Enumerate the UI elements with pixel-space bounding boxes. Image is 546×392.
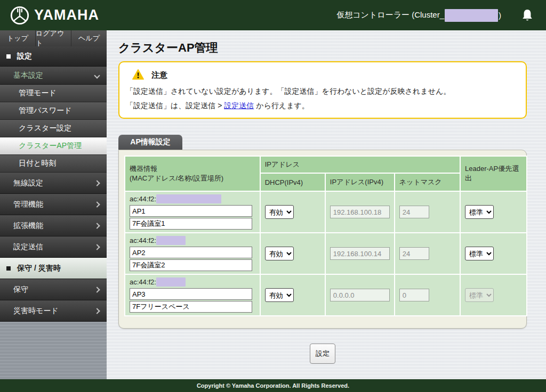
sidebar-item-cluster-settings-label: クラスター設定 xyxy=(19,124,71,133)
sidebar-section-maintenance: 保守 / 災害時 xyxy=(0,258,107,279)
netmask-input-ap1 xyxy=(399,206,429,218)
sidebar-item-extended-functions[interactable]: 拡張機能 xyxy=(0,215,107,236)
dhcp-select-ap3[interactable]: 有効 xyxy=(265,288,294,302)
col-header-netmask: ネットマスク xyxy=(395,174,460,191)
col-header-leader-ap: Leader-AP優先選出 xyxy=(461,157,526,191)
leader-cell-ap2: 標準 xyxy=(461,233,526,274)
app-window: YAMAHA 仮想コントローラー (Cluster_ ) トップ ログアウト ヘ… xyxy=(0,0,546,392)
redaction-box xyxy=(156,194,221,203)
sidebar-tab-help[interactable]: ヘルプ xyxy=(71,30,107,46)
sidebar-item-config-send-label: 設定送信 xyxy=(13,242,43,252)
sidebar-item-date-time[interactable]: 日付と時刻 xyxy=(0,155,107,173)
netmask-cell-ap2 xyxy=(395,233,460,274)
sidebar-item-management-functions[interactable]: 管理機能 xyxy=(0,194,107,215)
mac-address-ap2: ac:44:f2: xyxy=(130,236,255,245)
col-header-device-info-line2: (MACアドレス/名称/設置場所) xyxy=(130,174,255,183)
controller-title-prefix: 仮想コントローラー (Cluster_ xyxy=(336,10,444,20)
chevron-right-icon xyxy=(94,308,100,314)
ap-location-input-ap3[interactable] xyxy=(130,301,252,313)
netmask-input-ap3 xyxy=(399,289,429,301)
square-bullet-icon xyxy=(6,266,11,271)
sidebar-item-wireless-settings[interactable]: 無線設定 xyxy=(0,173,107,194)
redaction-box xyxy=(156,277,186,287)
ip-address-input-ap3 xyxy=(330,289,390,301)
sidebar-item-admin-password-label: 管理パスワード xyxy=(19,106,71,116)
yamaha-emblem-icon xyxy=(10,5,30,26)
config-send-link[interactable]: 設定送信 xyxy=(224,101,254,110)
col-header-dhcp: DHCP(IPv4) xyxy=(261,174,325,191)
notification-bell-icon[interactable] xyxy=(521,9,533,22)
yamaha-wordmark: YAMAHA xyxy=(34,7,99,23)
device-cell-ap3: ac:44:f2: xyxy=(125,275,260,315)
chevron-down-icon xyxy=(94,72,100,78)
sidebar-item-disaster-mode[interactable]: 災害時モード xyxy=(0,300,107,322)
ip-cell-ap2 xyxy=(326,233,394,274)
ap-name-input-ap3[interactable] xyxy=(130,288,252,300)
sidebar-tab-logout-label: ログアウト xyxy=(36,29,71,48)
mac-address-ap3: ac:44:f2: xyxy=(130,277,255,287)
top-bar: YAMAHA 仮想コントローラー (Cluster_ ) xyxy=(0,0,546,30)
ap-name-input-ap1[interactable] xyxy=(130,205,252,217)
chevron-right-icon xyxy=(94,287,100,292)
warning-triangle-icon xyxy=(132,69,144,81)
sidebar-item-admin-password[interactable]: 管理パスワード xyxy=(0,102,107,120)
col-header-ip-group: IPアドレス xyxy=(261,157,460,173)
footer: Copyright © Yamaha Corporation. All Righ… xyxy=(0,379,546,392)
sidebar-tab-help-label: ヘルプ xyxy=(78,34,100,43)
chevron-right-icon xyxy=(94,223,100,228)
warning-line-2-prefix: 「設定送信」は、設定送信 > xyxy=(126,101,224,110)
sidebar-item-extended-functions-label: 拡張機能 xyxy=(13,221,43,231)
dhcp-cell-ap3: 有効 xyxy=(261,275,325,315)
controller-title: 仮想コントローラー (Cluster_ ) xyxy=(336,9,501,22)
sidebar-item-cluster-settings[interactable]: クラスター設定 xyxy=(0,120,107,137)
col-header-device-info: 機器情報 (MACアドレス/名称/設置場所) xyxy=(125,157,260,191)
redaction-box xyxy=(156,236,186,245)
mac-prefix-ap3: ac:44:f2: xyxy=(130,278,156,286)
ip-cell-ap3 xyxy=(326,275,394,315)
dhcp-select-ap2[interactable]: 有効 xyxy=(265,247,294,260)
sidebar-tab-logout[interactable]: ログアウト xyxy=(36,30,71,46)
ap-location-input-ap2[interactable] xyxy=(130,259,252,271)
warning-line-2: 「設定送信」は、設定送信 > 設定送信 から行えます。 xyxy=(126,101,518,110)
sidebar-item-wireless-settings-label: 無線設定 xyxy=(13,178,43,188)
warning-box: 注意 「設定送信」されていない設定があります。「設定送信」を行わないと設定が反映… xyxy=(118,61,527,119)
sidebar-item-maintenance[interactable]: 保守 xyxy=(0,279,107,300)
device-cell-ap2: ac:44:f2: xyxy=(125,233,260,274)
netmask-cell-ap3 xyxy=(395,275,460,315)
table-row-ap2: ac:44:f2: 有効 xyxy=(125,233,526,274)
sidebar-item-basic-settings[interactable]: 基本設定 xyxy=(0,67,107,85)
sidebar-filler xyxy=(0,322,107,379)
sidebar-item-date-time-label: 日付と時刻 xyxy=(19,159,56,168)
sidebar-tab-top-label: トップ xyxy=(7,34,28,43)
tab-ap-info-settings[interactable]: AP情報設定 xyxy=(118,135,182,150)
device-cell-ap1: ac:44:f2: xyxy=(125,192,260,232)
submit-settings-button[interactable]: 設定 xyxy=(310,344,335,364)
ap-name-input-ap2[interactable] xyxy=(130,247,252,258)
sidebar-item-config-send[interactable]: 設定送信 xyxy=(0,236,107,258)
sidebar-section-maintenance-label: 保守 / 災害時 xyxy=(17,264,61,273)
sidebar-section-settings-label: 設定 xyxy=(17,52,32,61)
leader-select-ap3: 標準 xyxy=(465,288,494,302)
dhcp-select-ap1[interactable]: 有効 xyxy=(265,205,294,219)
square-bullet-icon xyxy=(6,54,11,59)
main-content: クラスターAP管理 注意 「設定送信」されていない設定があります。「設定送信」 xyxy=(107,30,546,379)
ap-location-input-ap1[interactable] xyxy=(130,218,252,230)
sidebar-item-admin-mode[interactable]: 管理モード xyxy=(0,85,107,102)
sidebar-tab-top[interactable]: トップ xyxy=(0,30,36,46)
sidebar-item-disaster-mode-label: 災害時モード xyxy=(13,306,59,316)
leader-select-ap1[interactable]: 標準 xyxy=(465,205,494,219)
dhcp-cell-ap1: 有効 xyxy=(261,192,325,232)
leader-select-ap2[interactable]: 標準 xyxy=(465,247,494,260)
table-row-ap3: ac:44:f2: 有効 xyxy=(125,275,526,315)
sidebar-section-settings: 設定 xyxy=(0,46,107,67)
netmask-cell-ap1 xyxy=(395,192,460,232)
chevron-right-icon xyxy=(94,180,100,186)
sidebar-item-admin-mode-label: 管理モード xyxy=(19,88,57,98)
mac-prefix-ap1: ac:44:f2: xyxy=(130,195,156,203)
sidebar: トップ ログアウト ヘルプ 設定 基本設定 管理モード 管理パスワード クラスタ… xyxy=(0,30,107,379)
chevron-right-icon xyxy=(94,201,100,207)
warning-title: 注意 xyxy=(151,70,167,80)
redaction-box xyxy=(445,9,498,22)
warning-line-2-suffix: から行えます。 xyxy=(254,101,309,110)
sidebar-item-cluster-ap-management[interactable]: クラスターAP管理 xyxy=(0,137,107,155)
